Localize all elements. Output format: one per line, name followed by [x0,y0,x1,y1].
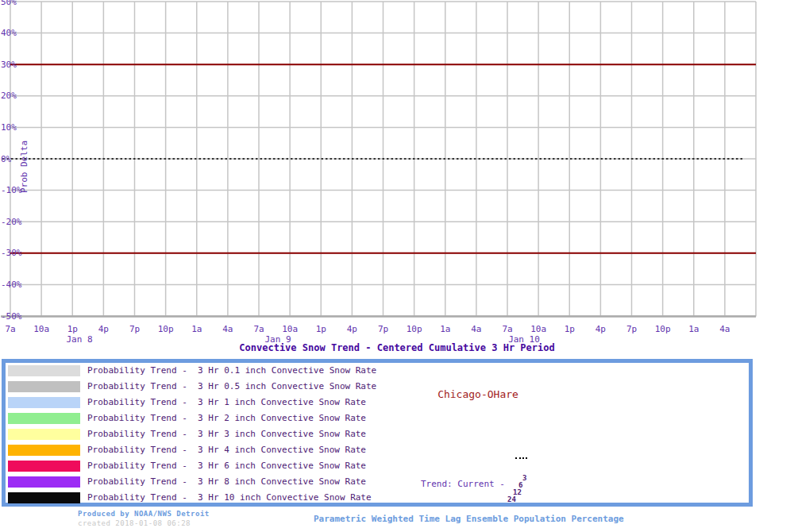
x-tick-label: 7a [5,325,15,333]
x-tick-label: 4a [719,325,730,333]
y-tick-label: -50% [1,312,22,321]
legend-swatch [8,476,80,488]
y-axis-title: Prob Delta [20,141,29,193]
x-tick-label: 10a [33,325,49,333]
x-tick-label: 1p [67,325,78,333]
x-tick-label: 7p [129,325,140,333]
x-tick-label: 4p [596,325,606,333]
trend-current-dots-icon [515,457,527,459]
y-tick-label: 30% [1,60,17,69]
x-tick-label: 4p [98,325,109,333]
y-tick-label: 0% [1,155,11,164]
legend-label: Probability Trend - 3 Hr 6 inch Convecti… [87,461,366,472]
legend-label: Probability Trend - 3 Hr 0.1 inch Convec… [87,365,376,376]
legend-swatch [8,492,80,503]
x-tick-label: 1p [316,325,326,333]
x-tick-label: 10p [158,325,174,333]
y-tick-label: 20% [1,91,17,100]
legend-swatch [8,397,80,408]
y-tick-label: 40% [1,29,17,37]
y-tick-label: -40% [1,280,22,289]
x-tick-label: 10p [407,325,422,333]
x-tick-label: 4a [222,325,233,333]
legend-swatch [8,429,80,440]
trend-label: Trend: Current - [421,480,505,489]
y-tick-label: 50% [1,0,17,6]
date-label: Jan 8 [66,335,92,344]
legend-swatch [8,381,80,392]
x-tick-label: 1a [191,325,202,333]
legend-label: Probability Trend - 3 Hr 1 inch Convecti… [87,397,366,408]
legend-label: Probability Trend - 3 Hr 8 inch Convecti… [87,476,366,488]
legend-label: Probability Trend - 3 Hr 0.5 inch Convec… [87,381,376,392]
y-tick-label: 10% [1,123,17,132]
x-tick-label: 7p [626,325,637,333]
legend-label: Probability Trend - 3 Hr 3 inch Convecti… [87,429,366,440]
trend-hour-number: 24 [507,496,516,503]
y-tick-label: -30% [1,249,22,257]
footer-created-timestamp: created 2018-01-08 06:28 [78,519,191,527]
x-tick-label: 4a [471,325,481,333]
chart-page: 50%40%30%20%10%0%-10%-20%-30%-40%-50% 7a… [0,0,794,532]
legend-label: Probability Trend - 3 Hr 10 inch Convect… [87,492,372,503]
legend-label: Probability Trend - 3 Hr 4 inch Convecti… [87,445,366,456]
x-tick-label: 4p [347,325,357,333]
trend-hour-number: 3 [522,475,526,482]
y-tick-label: -20% [1,218,22,226]
x-tick-label: 7a [502,325,512,333]
legend-swatch [8,461,80,472]
x-tick-label: 7p [378,325,388,333]
legend-label: Probability Trend - 3 Hr 2 inch Convecti… [87,413,366,424]
legend-swatch [8,445,80,456]
x-tick-label: 1a [688,325,699,333]
x-tick-label: 10p [655,325,671,333]
x-tick-label: 1a [440,325,450,333]
footer-produced-by: Produced by NOAA/NWS Detroit [78,510,210,518]
chart-title: Convective Snow Trend - Centered Cumulat… [239,343,554,353]
x-tick-label: 10a [530,325,546,333]
x-tick-label: 7a [253,325,264,333]
legend-swatch [8,413,80,424]
x-tick-label: 10a [282,325,298,333]
station-label: Chicago-OHare [437,389,518,400]
footer-product-description: Parametric Weighted Time Lag Ensemble Po… [314,515,624,523]
plot-grid [0,0,794,326]
x-tick-label: 1p [565,325,575,333]
legend-swatch [8,365,80,376]
